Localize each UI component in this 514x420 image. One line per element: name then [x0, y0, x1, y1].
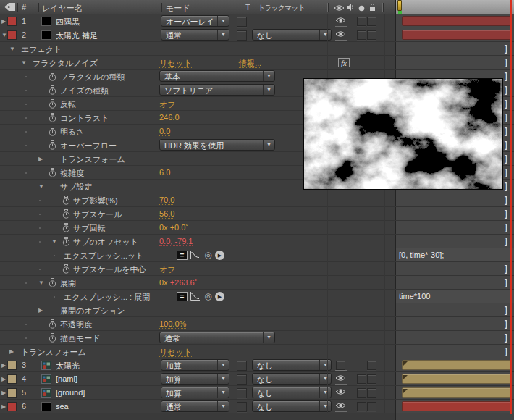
property-label[interactable]: オーバーフロー	[60, 140, 117, 151]
expand-arrow-icon[interactable]: ▼	[38, 280, 44, 286]
timeline-track[interactable]	[395, 400, 514, 413]
timeline-track[interactable]: ]	[395, 56, 514, 69]
expression-enable-icon[interactable]: =	[177, 251, 188, 260]
track-matte-dropdown[interactable]: なし▼	[252, 373, 332, 385]
stopwatch-icon[interactable]	[49, 99, 56, 109]
value-segment[interactable]: 0.0, -79.1	[159, 237, 193, 246]
stopwatch-icon[interactable]	[49, 140, 56, 150]
current-time-indicator[interactable]	[397, 0, 402, 11]
layer-color-swatch[interactable]	[7, 30, 17, 40]
time-ruler[interactable]	[395, 0, 514, 14]
value-segment[interactable]: 0x	[159, 223, 168, 232]
track-matte-t-checkbox[interactable]	[237, 374, 247, 385]
mode-dropdown[interactable]: 加算▼	[161, 387, 229, 398]
column-number[interactable]: #	[22, 3, 26, 12]
stopwatch-icon[interactable]	[49, 85, 56, 95]
value-segment[interactable]: +263.6˚	[170, 278, 198, 287]
layer-duration-bar[interactable]	[402, 374, 511, 384]
layer-name[interactable]: 四隅黒	[56, 17, 80, 28]
value-segment[interactable]: 0x	[159, 278, 170, 287]
timeline-track[interactable]	[395, 28, 514, 41]
reset-link[interactable]: リセット	[159, 347, 192, 358]
timeline-track[interactable]: ]	[395, 207, 514, 220]
switch-box[interactable]	[357, 402, 366, 411]
column-mode[interactable]: モード	[166, 3, 190, 14]
stopwatch-icon[interactable]	[49, 278, 56, 287]
mode-dropdown[interactable]: 通常▼	[161, 400, 229, 412]
property-value[interactable]: 0x +263.6˚	[159, 278, 197, 287]
layer-color-swatch[interactable]	[7, 374, 17, 384]
eye-slot[interactable]	[335, 374, 347, 385]
expression-label[interactable]: エクスプレッシ...ット	[64, 251, 144, 261]
layer-color-swatch[interactable]	[7, 402, 17, 411]
expand-arrow-icon[interactable]: ▶	[1, 390, 6, 396]
property-value[interactable]: 0x +0.0˚	[159, 223, 188, 232]
property-label[interactable]: 複雑度	[60, 168, 84, 179]
stopwatch-icon[interactable]	[49, 333, 56, 343]
property-label[interactable]: サブのオフセット	[73, 237, 138, 248]
switch-box[interactable]	[367, 374, 376, 384]
effect-dropdown[interactable]: ソフトリニア▼	[159, 84, 275, 96]
expression-label[interactable]: エクスプレッシ... : 展開	[64, 292, 150, 303]
expand-arrow-icon[interactable]: ▶	[1, 403, 6, 410]
timeline-track[interactable]: ]	[395, 235, 514, 248]
layer-color-swatch[interactable]	[7, 361, 17, 370]
layer-name[interactable]: 太陽光 補足	[56, 30, 98, 41]
stopwatch-icon[interactable]	[62, 237, 70, 246]
track-matte-t-checkbox[interactable]	[237, 30, 247, 41]
expression-menu-icon[interactable]: ▶	[215, 292, 224, 301]
property-label[interactable]: フラクタルの種類	[60, 72, 125, 83]
group-label[interactable]: エフェクト	[21, 44, 62, 55]
track-matte-t-checkbox[interactable]	[237, 402, 247, 412]
layer-color-swatch[interactable]	[7, 388, 17, 398]
eye-slot[interactable]	[335, 388, 347, 398]
expand-arrow-icon[interactable]: ▶	[38, 156, 43, 162]
switch-box[interactable]	[357, 374, 366, 384]
expression-enable-icon[interactable]: =	[177, 292, 188, 301]
timeline-track[interactable]	[395, 372, 514, 385]
timeline-track[interactable]: time*100	[395, 290, 514, 303]
stopwatch-icon[interactable]	[49, 72, 56, 81]
solo-icon[interactable]	[358, 4, 365, 13]
column-t[interactable]: T	[245, 3, 250, 12]
track-matte-t-checkbox[interactable]	[237, 388, 247, 398]
stopwatch-icon[interactable]	[49, 319, 56, 329]
property-value[interactable]: 70.0	[159, 196, 174, 204]
timeline-track[interactable]	[395, 386, 514, 399]
layer-duration-bar[interactable]	[402, 16, 511, 26]
layer-name[interactable]: [ground]	[56, 388, 85, 397]
property-label[interactable]: 展開	[60, 278, 76, 289]
stopwatch-icon[interactable]	[49, 168, 56, 177]
timeline-track[interactable]: ]	[395, 303, 514, 316]
switch-box[interactable]	[367, 17, 376, 26]
switch-box[interactable]	[357, 17, 366, 26]
switch-box[interactable]	[367, 30, 376, 40]
timeline-track[interactable]: ]	[395, 262, 514, 275]
timeline-track[interactable]: ]	[395, 193, 514, 206]
mode-dropdown[interactable]: 通常▼	[161, 29, 229, 41]
property-value[interactable]: 6.0	[159, 168, 170, 177]
expand-arrow-icon[interactable]: ▶	[1, 362, 6, 369]
layer-duration-bar[interactable]	[402, 401, 511, 411]
switch-box[interactable]	[367, 361, 376, 370]
property-value[interactable]: オフ	[159, 264, 176, 275]
layer-duration-bar[interactable]	[402, 30, 511, 40]
property-value[interactable]: 100.0%	[159, 319, 186, 328]
layer-duration-bar[interactable]	[402, 360, 511, 370]
stopwatch-icon[interactable]	[49, 113, 56, 122]
group-label[interactable]: サブ設定	[60, 182, 93, 193]
track-matte-t-checkbox[interactable]	[237, 361, 247, 371]
track-matte-t-checkbox[interactable]	[237, 17, 247, 27]
value-segment[interactable]: 100.0%	[159, 319, 186, 329]
timeline-track[interactable]: ]	[395, 276, 514, 289]
value-segment[interactable]: 246.0	[159, 113, 180, 122]
property-label[interactable]: 描画モード	[60, 333, 101, 344]
track-matte-dropdown[interactable]: なし▼	[252, 29, 332, 41]
value-segment[interactable]: 6.0	[159, 168, 170, 177]
timeline-track[interactable]: ]	[395, 221, 514, 234]
switch-box[interactable]	[367, 388, 376, 398]
value-segment[interactable]: 0.0	[159, 127, 170, 136]
value-segment[interactable]: オフ	[159, 100, 176, 109]
property-label[interactable]: サブスケール	[73, 209, 122, 220]
property-label[interactable]: 反転	[60, 99, 76, 110]
